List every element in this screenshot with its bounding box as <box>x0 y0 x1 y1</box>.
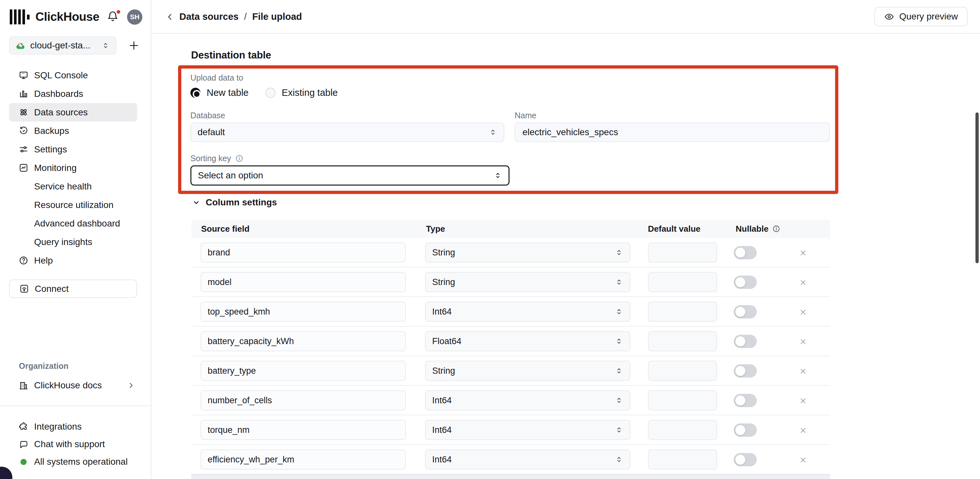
database-select[interactable]: default <box>191 123 504 142</box>
type-select[interactable]: Int64 <box>425 302 630 322</box>
type-select[interactable]: String <box>425 272 630 292</box>
sidebar-item-monitoring[interactable]: Monitoring <box>9 159 137 177</box>
database-label: Database <box>191 111 225 120</box>
remove-column-button[interactable] <box>796 394 810 407</box>
default-value-input[interactable] <box>648 272 717 292</box>
type-select[interactable]: Float64 <box>425 331 630 351</box>
default-value-input[interactable] <box>648 420 717 440</box>
sidebar-item-resource-utilization[interactable]: Resource utilization <box>9 196 137 214</box>
breadcrumb: Data sources / File upload <box>179 0 302 33</box>
sidebar-item-query-insights[interactable]: Query insights <box>9 233 137 251</box>
sidebar-item-integrations[interactable]: Integrations <box>9 418 137 436</box>
chevron-up-down-icon <box>615 307 623 316</box>
remove-column-button[interactable] <box>796 335 810 348</box>
sidebar-item-system-status[interactable]: All systems operational <box>9 453 137 471</box>
default-value-input[interactable] <box>648 331 717 351</box>
type-select[interactable]: String <box>425 242 630 263</box>
sidebar-item-clickhouse-docs[interactable]: ClickHouse docs <box>9 376 137 395</box>
default-value-input[interactable] <box>648 390 717 411</box>
sidebar-item-label: Query insights <box>34 237 92 247</box>
logo-bar <box>14 10 17 24</box>
type-select[interactable]: String <box>425 361 630 381</box>
connect-label: Connect <box>35 284 68 294</box>
service-selector[interactable]: cloud-get-sta... <box>9 37 116 54</box>
toggle-knob <box>735 336 745 347</box>
type-select[interactable]: Int64 <box>425 420 630 440</box>
default-value-input[interactable] <box>648 361 717 381</box>
chat-bubble-icon <box>19 439 29 449</box>
source-field-input[interactable] <box>200 272 406 292</box>
nullable-toggle[interactable] <box>734 275 757 289</box>
info-icon[interactable] <box>772 225 780 233</box>
monitor-icon <box>19 70 29 80</box>
notifications-button[interactable] <box>107 10 120 23</box>
source-field-input[interactable] <box>200 361 406 381</box>
sidebar-item-settings[interactable]: Settings <box>9 140 137 159</box>
sidebar-item-data-sources[interactable]: Data sources <box>9 103 137 121</box>
radio-new-table[interactable]: New table <box>191 88 248 98</box>
connect-button[interactable]: Connect <box>9 280 137 298</box>
clickhouse-logo[interactable] <box>10 10 30 24</box>
sidebar-item-chat-support[interactable]: Chat with support <box>9 436 137 453</box>
sidebar: ClickHouse SH cloud-get-sta... <box>0 0 151 479</box>
main-area: Destination table Upload data to New tab… <box>152 0 980 479</box>
sidebar-item-label: Data sources <box>34 107 88 118</box>
add-service-button[interactable] <box>127 39 140 52</box>
source-field-input[interactable] <box>200 331 406 351</box>
table-row: Int64 <box>191 386 830 415</box>
back-button[interactable] <box>164 11 176 23</box>
sidebar-item-dashboards[interactable]: Dashboards <box>9 84 137 103</box>
nullable-toggle[interactable] <box>734 246 757 259</box>
query-preview-label: Query preview <box>899 11 958 22</box>
sidebar-item-backups[interactable]: Backups <box>9 121 137 140</box>
toggle-knob <box>735 307 745 317</box>
column-settings-toggle[interactable]: Column settings <box>192 195 277 210</box>
avatar[interactable]: SH <box>127 10 142 25</box>
chevron-left-icon <box>165 12 175 22</box>
remove-column-button[interactable] <box>796 424 810 437</box>
nullable-toggle[interactable] <box>734 305 757 318</box>
default-value-input[interactable] <box>648 449 717 469</box>
query-preview-button[interactable]: Query preview <box>874 7 968 26</box>
radio-new-table-label: New table <box>207 88 248 98</box>
nullable-toggle[interactable] <box>734 394 757 407</box>
sorting-key-value: Select an option <box>198 170 263 181</box>
source-field-input[interactable] <box>200 390 406 411</box>
database-selected-value: default <box>197 127 225 137</box>
remove-column-button[interactable] <box>796 276 810 289</box>
remove-column-button[interactable] <box>796 246 810 259</box>
nullable-toggle[interactable] <box>734 423 757 437</box>
type-select[interactable]: Int64 <box>425 390 630 411</box>
default-value-input[interactable] <box>648 242 717 263</box>
remove-column-button[interactable] <box>796 306 810 318</box>
source-field-input[interactable] <box>200 302 406 322</box>
remove-column-button[interactable] <box>796 364 810 378</box>
sidebar-item-sql-console[interactable]: SQL Console <box>9 66 137 84</box>
sidebar-item-label: Settings <box>34 144 67 155</box>
info-icon[interactable] <box>235 154 243 162</box>
nullable-toggle[interactable] <box>734 453 757 466</box>
nullable-toggle[interactable] <box>734 364 757 378</box>
sidebar-item-help[interactable]: Help <box>9 251 137 270</box>
breadcrumb-data-sources[interactable]: Data sources <box>179 11 239 22</box>
radio-existing-table-label: Existing table <box>282 88 338 98</box>
table-row: Int64 <box>191 445 830 474</box>
source-field-input[interactable] <box>200 449 406 469</box>
sorting-key-select[interactable]: Select an option <box>191 166 509 186</box>
nullable-toggle[interactable] <box>734 335 757 348</box>
brand-name: ClickHouse <box>35 10 99 24</box>
radio-existing-table[interactable]: Existing table <box>266 88 338 98</box>
remove-column-button[interactable] <box>796 454 810 466</box>
atom-icon <box>19 107 29 117</box>
organization-section-label: Organization <box>19 361 68 371</box>
type-select[interactable]: Int64 <box>425 449 630 469</box>
sidebar-item-advanced-dashboard[interactable]: Advanced dashboard <box>9 214 137 233</box>
table-name-input[interactable] <box>515 123 830 142</box>
sidebar-item-service-health[interactable]: Service health <box>9 177 137 196</box>
source-field-input[interactable] <box>200 420 406 440</box>
type-selected-value: Int64 <box>432 455 452 465</box>
default-value-input[interactable] <box>648 302 717 322</box>
source-field-input[interactable] <box>200 242 406 263</box>
bar-chart-icon <box>19 89 29 99</box>
vertical-scrollbar-thumb[interactable] <box>975 113 979 263</box>
